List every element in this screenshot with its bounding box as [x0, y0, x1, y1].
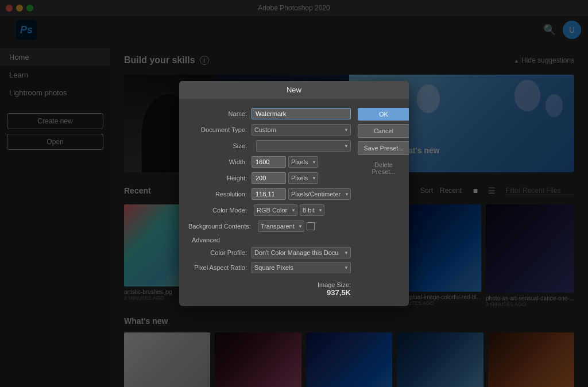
- pixel-aspect-label: Pixel Aspect Ratio:: [188, 264, 252, 271]
- color-mode-label: Color Mode:: [188, 207, 252, 214]
- pixel-aspect-row: Pixel Aspect Ratio: Square Pixels ▼: [188, 262, 351, 273]
- bg-select[interactable]: Transparent: [258, 220, 304, 232]
- dialog-title: New: [179, 81, 409, 99]
- image-size-section: Image Size: 937,5K: [188, 277, 351, 297]
- bg-swatch[interactable]: [307, 222, 315, 230]
- modal-overlay: New Name: Document Type: Custom ▼: [0, 0, 588, 387]
- advanced-toggle[interactable]: Advanced: [188, 237, 351, 243]
- height-label: Height:: [188, 175, 252, 181]
- resolution-unit-wrapper: Pixels/Centimeter ▼: [288, 188, 351, 200]
- bg-label: Background Contents:: [188, 223, 256, 230]
- advanced-section: Advanced Color Profile: Don't Color Mana…: [188, 237, 351, 297]
- dialog-buttons: OK Cancel Save Preset... Delete Preset..…: [358, 108, 409, 297]
- bit-depth-select[interactable]: 8 bit: [300, 204, 324, 216]
- color-profile-select[interactable]: Don't Color Manage this Document: [252, 247, 351, 258]
- color-profile-label: Color Profile:: [188, 249, 252, 256]
- doc-type-select[interactable]: Custom: [252, 124, 351, 136]
- size-label: Size:: [188, 142, 252, 149]
- document-type-row: Document Type: Custom ▼: [188, 124, 351, 136]
- bg-select-wrapper: Transparent ▼: [258, 220, 304, 232]
- color-profile-row: Color Profile: Don't Color Manage this D…: [188, 247, 351, 258]
- cancel-button[interactable]: Cancel: [358, 124, 409, 138]
- delete-preset-button[interactable]: Delete Preset...: [358, 158, 409, 178]
- height-unit-select[interactable]: Pixels: [288, 172, 318, 184]
- doc-type-label: Document Type:: [188, 126, 252, 133]
- resolution-unit-select[interactable]: Pixels/Centimeter: [288, 188, 351, 200]
- width-row: Width: Pixels ▼: [188, 156, 351, 168]
- color-mode-row: Color Mode: RGB Color ▼ 8 bit ▼: [188, 204, 351, 216]
- bit-depth-select-wrapper: 8 bit ▼: [300, 204, 324, 216]
- doc-type-select-wrapper: Custom ▼: [252, 124, 351, 136]
- new-document-dialog: New Name: Document Type: Custom ▼: [179, 81, 409, 306]
- resolution-input[interactable]: [252, 188, 286, 200]
- height-row: Height: Pixels ▼: [188, 172, 351, 184]
- color-mode-select-wrapper: RGB Color ▼: [254, 204, 297, 216]
- color-mode-select[interactable]: RGB Color: [254, 204, 297, 216]
- size-row: Size: ▼: [188, 140, 351, 152]
- save-preset-button[interactable]: Save Preset...: [358, 141, 409, 155]
- color-profile-select-wrapper: Don't Color Manage this Document ▼: [252, 247, 351, 258]
- resolution-row: Resolution: Pixels/Centimeter ▼: [188, 188, 351, 200]
- resolution-label: Resolution:: [188, 191, 252, 198]
- dialog-form: Name: Document Type: Custom ▼ Size:: [188, 108, 351, 297]
- width-unit-select-wrapper: Pixels ▼: [288, 156, 318, 168]
- height-input[interactable]: [252, 172, 286, 184]
- ok-button[interactable]: OK: [358, 108, 409, 121]
- width-input[interactable]: [252, 156, 286, 168]
- bg-contents-row: Background Contents: Transparent ▼: [188, 220, 351, 232]
- name-row: Name:: [188, 108, 351, 119]
- name-label: Name:: [188, 110, 252, 117]
- dialog-body: Name: Document Type: Custom ▼ Size:: [179, 99, 409, 306]
- size-select-wrapper: ▼: [256, 140, 351, 152]
- width-label: Width:: [188, 158, 252, 165]
- name-input[interactable]: [252, 108, 351, 119]
- pixel-aspect-select[interactable]: Square Pixels: [252, 262, 351, 273]
- height-unit-select-wrapper: Pixels ▼: [288, 172, 318, 184]
- size-select[interactable]: [256, 140, 351, 152]
- pixel-aspect-select-wrapper: Square Pixels ▼: [252, 262, 351, 273]
- width-unit-select[interactable]: Pixels: [288, 156, 318, 168]
